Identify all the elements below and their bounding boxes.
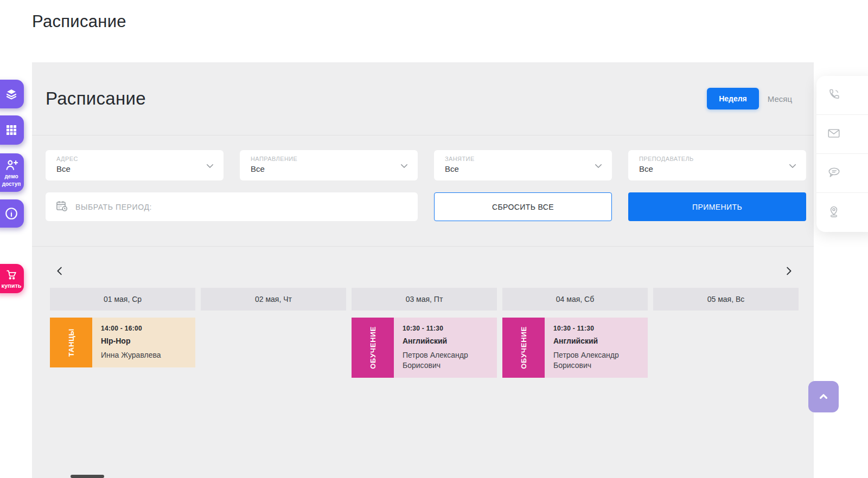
calendar-section: 01 мая, Ср ТАНЦЫ14:00 - 16:00HIp-HopИнна… bbox=[32, 247, 814, 378]
grid-icon bbox=[5, 124, 18, 137]
day-header: 04 мая, Сб bbox=[502, 288, 648, 311]
event-body: 10:30 - 11:30АнглийскийПетров Александр … bbox=[394, 318, 497, 378]
chevron-down-icon bbox=[205, 161, 215, 173]
event-category-label: ОБУЧЕНИЕ bbox=[369, 326, 377, 369]
day-column: 01 мая, Ср ТАНЦЫ14:00 - 16:00HIp-HopИнна… bbox=[50, 288, 195, 378]
period-input-placeholder: ВЫБРАТЬ ПЕРИОД: bbox=[75, 203, 152, 211]
layers-button[interactable] bbox=[0, 80, 24, 108]
next-week-button[interactable] bbox=[780, 263, 796, 279]
event-time: 10:30 - 11:30 bbox=[403, 325, 488, 332]
event-title: Английский bbox=[553, 337, 639, 345]
day-column: 05 мая, Вс bbox=[653, 288, 799, 378]
buy-button[interactable]: купить bbox=[0, 264, 24, 293]
lesson-filter-dropdown[interactable]: ЗАНЯТИЕ Все bbox=[434, 150, 612, 180]
chevron-down-icon bbox=[788, 161, 797, 173]
chevron-right-icon bbox=[782, 265, 794, 277]
lesson-filter-label: ЗАНЯТИЕ bbox=[445, 156, 588, 162]
chat-contact-button[interactable] bbox=[816, 154, 868, 193]
page-title: Расписание bbox=[32, 12, 126, 31]
event-teacher: Петров Александр Борисович bbox=[553, 350, 639, 371]
schedule-card: Расписание Неделя Месяц АДРЕС Все НАПРАВ… bbox=[32, 62, 814, 478]
info-button[interactable] bbox=[0, 199, 24, 228]
reset-all-button[interactable]: СБРОСИТЬ ВСЕ bbox=[434, 192, 612, 221]
day-header: 02 мая, Чт bbox=[201, 288, 346, 311]
event-teacher: Инна Журавлева bbox=[101, 350, 187, 360]
day-column: 03 мая, Пт ОБУЧЕНИЕ10:30 - 11:30Английск… bbox=[352, 288, 497, 378]
card-heading: Расписание bbox=[46, 88, 146, 109]
event-category-badge: ТАНЦЫ bbox=[50, 318, 92, 367]
chevron-down-icon bbox=[399, 161, 409, 173]
phone-icon bbox=[827, 87, 841, 104]
event-category-badge: ОБУЧЕНИЕ bbox=[502, 318, 545, 378]
lesson-filter-value: Все bbox=[445, 164, 588, 173]
event-time: 10:30 - 11:30 bbox=[553, 325, 639, 332]
calendar-clock-icon bbox=[55, 199, 68, 215]
direction-filter-dropdown[interactable]: НАПРАВЛЕНИЕ Все bbox=[240, 150, 418, 180]
phone-contact-button[interactable] bbox=[816, 76, 868, 115]
address-filter-dropdown[interactable]: АДРЕС Все bbox=[46, 150, 224, 180]
period-input[interactable]: ВЫБРАТЬ ПЕРИОД: bbox=[46, 192, 418, 221]
demo-access-label-line2: доступ bbox=[2, 181, 21, 188]
address-filter-label: АДРЕС bbox=[56, 156, 200, 162]
event-body: 14:00 - 16:00HIp-HopИнна Журавлева bbox=[92, 318, 195, 367]
direction-filter-label: НАПРАВЛЕНИЕ bbox=[251, 156, 394, 162]
address-filter-value: Все bbox=[56, 164, 200, 173]
day-header: 03 мая, Пт bbox=[352, 288, 497, 311]
event-teacher: Петров Александр Борисович bbox=[403, 350, 488, 371]
prev-week-button[interactable] bbox=[52, 263, 68, 279]
chat-icon bbox=[827, 165, 841, 182]
chevron-up-icon bbox=[816, 389, 831, 405]
contact-panel bbox=[816, 76, 868, 232]
day-header: 01 мая, Ср bbox=[50, 288, 195, 311]
day-column: 02 мая, Чт bbox=[201, 288, 346, 378]
event-body: 10:30 - 11:30АнглийскийПетров Александр … bbox=[545, 318, 648, 378]
event-title: HIp-Hop bbox=[101, 337, 187, 345]
filters-section: АДРЕС Все НАПРАВЛЕНИЕ Все ЗАНЯТИЕ Все bbox=[32, 135, 814, 247]
event-card[interactable]: ОБУЧЕНИЕ10:30 - 11:30АнглийскийПетров Ал… bbox=[502, 318, 648, 378]
person-plus-icon bbox=[4, 158, 18, 172]
mail-contact-button[interactable] bbox=[816, 115, 868, 154]
mail-icon bbox=[827, 126, 841, 143]
demo-access-button[interactable]: демо доступ bbox=[0, 153, 24, 192]
event-card[interactable]: ТАНЦЫ14:00 - 16:00HIp-HopИнна Журавлева bbox=[50, 318, 195, 367]
apply-button[interactable]: ПРИМЕНИТЬ bbox=[628, 192, 806, 221]
cart-icon bbox=[5, 269, 18, 281]
day-header: 05 мая, Вс bbox=[653, 288, 799, 311]
apps-grid-button[interactable] bbox=[0, 115, 24, 145]
teacher-filter-dropdown[interactable]: ПРЕПОДАВАТЕЛЬ Все bbox=[628, 150, 806, 180]
scroll-to-top-button[interactable] bbox=[808, 381, 839, 412]
day-column: 04 мая, Сб ОБУЧЕНИЕ10:30 - 11:30Английск… bbox=[502, 288, 648, 378]
month-toggle-button[interactable]: Месяц bbox=[768, 94, 792, 104]
event-category-label: ОБУЧЕНИЕ bbox=[520, 326, 528, 369]
event-time: 14:00 - 16:00 bbox=[101, 325, 187, 332]
horizontal-scrollbar-thumb[interactable] bbox=[71, 475, 104, 478]
direction-filter-value: Все bbox=[251, 164, 394, 173]
view-toggle: Неделя Месяц bbox=[707, 88, 792, 109]
event-category-label: ТАНЦЫ bbox=[67, 328, 75, 357]
week-toggle-button[interactable]: Неделя bbox=[707, 88, 759, 109]
chevron-down-icon bbox=[593, 161, 603, 173]
event-title: Английский bbox=[403, 337, 488, 345]
teacher-filter-value: Все bbox=[639, 164, 782, 173]
week-grid: 01 мая, Ср ТАНЦЫ14:00 - 16:00HIp-HopИнна… bbox=[50, 288, 799, 378]
location-contact-button[interactable] bbox=[816, 193, 868, 232]
card-header: Расписание Неделя Месяц bbox=[32, 62, 814, 135]
page-root: Расписание демо доступ купить Расписание bbox=[0, 0, 868, 478]
buy-button-label: купить bbox=[1, 282, 21, 289]
demo-access-label-line1: демо bbox=[4, 173, 18, 180]
event-category-badge: ОБУЧЕНИЕ bbox=[352, 318, 394, 378]
layers-icon bbox=[5, 88, 18, 101]
event-card[interactable]: ОБУЧЕНИЕ10:30 - 11:30АнглийскийПетров Ал… bbox=[352, 318, 497, 378]
info-icon bbox=[4, 206, 18, 221]
chevron-left-icon bbox=[54, 265, 66, 277]
location-icon bbox=[827, 204, 841, 221]
teacher-filter-label: ПРЕПОДАВАТЕЛЬ bbox=[639, 156, 782, 162]
